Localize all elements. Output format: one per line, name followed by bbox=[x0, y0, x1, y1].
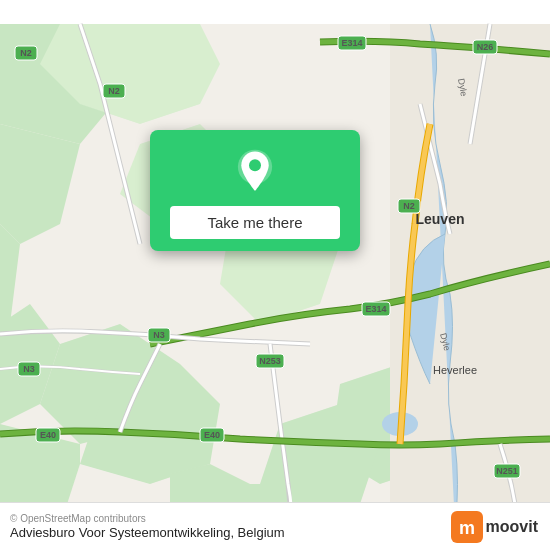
svg-text:N3: N3 bbox=[23, 364, 35, 374]
svg-text:N2: N2 bbox=[403, 201, 415, 211]
svg-text:E40: E40 bbox=[204, 430, 220, 440]
bottom-bar: © OpenStreetMap contributors Adviesburo … bbox=[0, 502, 550, 550]
map-container: N2 N2 N2 E314 N26 E314 N3 N3 N253 E40 E4… bbox=[0, 0, 550, 550]
location-name: Adviesburo Voor Systeemontwikkeling, Bel… bbox=[10, 525, 285, 540]
svg-text:N251: N251 bbox=[496, 466, 518, 476]
moovit-logo: m moovit bbox=[451, 511, 538, 543]
moovit-icon: m bbox=[451, 511, 483, 543]
svg-text:E314: E314 bbox=[341, 38, 362, 48]
svg-text:N3: N3 bbox=[153, 330, 165, 340]
location-card: Take me there bbox=[150, 130, 360, 251]
svg-text:E40: E40 bbox=[40, 430, 56, 440]
svg-text:N253: N253 bbox=[259, 356, 281, 366]
location-pin-icon bbox=[231, 148, 279, 196]
svg-text:Heverlee: Heverlee bbox=[433, 364, 477, 376]
take-me-there-button[interactable]: Take me there bbox=[170, 206, 340, 239]
svg-text:N2: N2 bbox=[20, 48, 32, 58]
bottom-info: © OpenStreetMap contributors Adviesburo … bbox=[10, 513, 285, 540]
svg-point-46 bbox=[249, 159, 261, 171]
svg-text:Leuven: Leuven bbox=[415, 211, 464, 227]
svg-text:N2: N2 bbox=[108, 86, 120, 96]
copyright-text: © OpenStreetMap contributors bbox=[10, 513, 285, 524]
svg-text:N26: N26 bbox=[477, 42, 494, 52]
svg-text:E314: E314 bbox=[365, 304, 386, 314]
svg-text:m: m bbox=[459, 518, 475, 538]
moovit-text: moovit bbox=[486, 518, 538, 536]
